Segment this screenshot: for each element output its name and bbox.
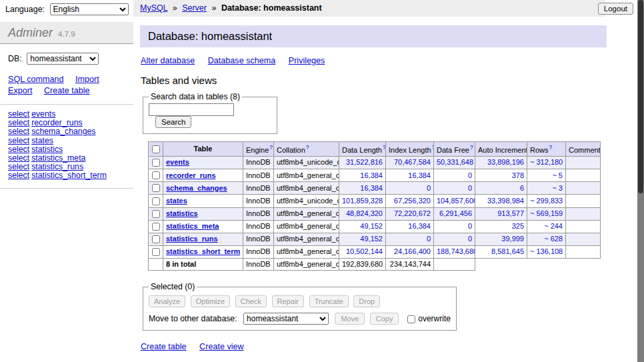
data-free-link[interactable]: 6,291,456 — [439, 209, 472, 217]
column-header-table[interactable]: Table — [163, 142, 243, 157]
table-select-link[interactable]: select — [8, 109, 29, 119]
table-name-link[interactable]: schema_changes — [31, 127, 95, 136]
table-structure-link[interactable]: states — [166, 197, 187, 205]
check-button[interactable]: Check — [235, 295, 267, 307]
column-header-index-length[interactable]: Index Length? — [386, 142, 434, 157]
data-free-link[interactable]: 0 — [468, 222, 472, 230]
help-icon[interactable]: ? — [306, 144, 309, 151]
data-free-link[interactable]: 0 — [468, 184, 472, 192]
table-name-link[interactable]: statistics_short_term — [31, 171, 107, 180]
logout-button[interactable]: Logout — [598, 3, 633, 15]
column-header-auto-increment[interactable]: Auto Increment? — [475, 142, 527, 157]
rows-link[interactable]: ~ 3 — [552, 184, 563, 192]
data-length-link[interactable]: 49,152 — [360, 235, 383, 243]
table-structure-link[interactable]: events — [166, 158, 189, 166]
index-length-link[interactable]: 16,384 — [408, 222, 431, 230]
row-checkbox[interactable] — [152, 197, 160, 205]
auto-increment-link[interactable]: 33,898,196 — [487, 158, 524, 166]
row-checkbox[interactable] — [152, 235, 160, 243]
table-select-link[interactable]: select — [8, 127, 29, 136]
select-all-checkbox[interactable] — [152, 145, 160, 153]
table-name-link[interactable]: statistics — [31, 145, 63, 154]
create-table-link[interactable]: Create table — [141, 342, 187, 351]
auto-increment-link[interactable]: 378 — [512, 171, 524, 179]
help-icon[interactable]: ? — [269, 144, 273, 151]
table-select-link[interactable]: select — [8, 136, 29, 145]
column-header-comment[interactable]: Comment? — [566, 142, 601, 157]
table-select-link[interactable]: select — [8, 118, 29, 127]
table-select-link[interactable]: select — [8, 145, 29, 154]
scrollbar-thumb[interactable] — [638, 0, 643, 193]
index-length-link[interactable]: 0 — [427, 235, 431, 243]
rows-link[interactable]: ~ 5 — [552, 171, 563, 179]
sidebar-link-export[interactable]: Export — [8, 86, 32, 95]
row-checkbox[interactable] — [152, 210, 160, 218]
index-length-link[interactable]: 0 — [427, 184, 431, 192]
data-length-link[interactable]: 49,152 — [360, 222, 383, 230]
help-icon[interactable]: ? — [383, 144, 386, 151]
create-view-link[interactable]: Create view — [199, 342, 244, 351]
index-length-link[interactable]: 70,467,584 — [394, 158, 431, 166]
search-input[interactable] — [149, 103, 234, 116]
index-length-link[interactable]: 72,220,672 — [394, 209, 431, 217]
sidebar-link-sql-command[interactable]: SQL command — [8, 75, 64, 84]
table-structure-link[interactable]: schema_changes — [166, 184, 227, 192]
column-header-collation[interactable]: Collation? — [274, 142, 339, 157]
analyze-button[interactable]: Analyze — [149, 295, 185, 307]
row-checkbox[interactable] — [152, 184, 160, 192]
table-structure-link[interactable]: recorder_runs — [166, 171, 216, 179]
column-header-engine[interactable]: Engine? — [243, 142, 274, 157]
table-name-link[interactable]: recorder_runs — [31, 118, 83, 127]
table-structure-link[interactable]: statistics_runs — [166, 235, 218, 243]
table-name-link[interactable]: events — [31, 109, 55, 119]
move-button[interactable]: Move — [335, 313, 365, 325]
row-checkbox[interactable] — [152, 159, 160, 167]
auto-increment-link[interactable]: 913,577 — [497, 209, 524, 217]
table-name-link[interactable]: statistics_runs — [31, 162, 83, 171]
rows-link[interactable]: ~ 628 — [544, 235, 563, 243]
index-length-link[interactable]: 16,384 — [408, 171, 431, 179]
auto-increment-link[interactable]: 39,999 — [501, 235, 524, 243]
row-checkbox[interactable] — [152, 223, 160, 231]
help-icon[interactable]: ? — [549, 144, 553, 151]
data-length-link[interactable]: 16,384 — [360, 171, 383, 179]
row-checkbox[interactable] — [152, 248, 160, 256]
rows-link[interactable]: ~ 569,159 — [530, 209, 563, 217]
rows-link[interactable]: ~ 136,108 — [530, 247, 563, 255]
auto-increment-link[interactable]: 8,581,645 — [491, 247, 524, 255]
table-select-link[interactable]: select — [8, 171, 29, 180]
data-free-link[interactable]: 0 — [468, 171, 472, 179]
rows-link[interactable]: ~ 244 — [544, 222, 563, 230]
table-structure-link[interactable]: statistics_short_term — [166, 247, 240, 255]
data-free-link[interactable]: 50,331,648 — [437, 158, 473, 166]
data-length-link[interactable]: 48,824,320 — [346, 209, 383, 217]
data-length-link[interactable]: 10,502,144 — [346, 247, 383, 255]
vertical-scrollbar[interactable] — [637, 0, 644, 362]
sidebar-link-import[interactable]: Import — [75, 75, 99, 84]
data-length-link[interactable]: 31,522,816 — [346, 158, 383, 166]
column-header-data-length[interactable]: Data Length? — [339, 142, 386, 157]
data-free-link[interactable]: 104,857,600 — [437, 197, 475, 205]
breadcrumb-link-server[interactable]: Server — [182, 3, 207, 13]
table-name-link[interactable]: states — [31, 136, 53, 145]
rows-link[interactable]: ~ 312,180 — [530, 158, 563, 166]
column-header-rows[interactable]: Rows? — [527, 142, 566, 157]
help-icon[interactable]: ? — [470, 144, 473, 151]
row-checkbox[interactable] — [152, 171, 160, 179]
breadcrumb-link-mysql[interactable]: MySQL — [140, 3, 167, 13]
truncate-button[interactable]: Truncate — [309, 295, 349, 307]
column-header-data-free[interactable]: Data Free? — [434, 142, 475, 157]
index-length-link[interactable]: 67,256,320 — [394, 197, 431, 205]
table-structure-link[interactable]: statistics — [166, 209, 198, 217]
language-select[interactable]: English — [50, 3, 129, 15]
move-db-select[interactable]: homeassistant — [243, 313, 329, 325]
overwrite-checkbox[interactable] — [407, 315, 415, 323]
db-select[interactable]: homeassistant — [27, 53, 99, 65]
data-free-link[interactable]: 0 — [468, 235, 472, 243]
data-length-link[interactable]: 16,384 — [360, 184, 383, 192]
auto-increment-link[interactable]: 33,398,984 — [487, 197, 524, 205]
privileges-link[interactable]: Privileges — [289, 56, 325, 65]
alter-database-link[interactable]: Alter database — [141, 56, 195, 65]
adminer-brand[interactable]: Adminer — [8, 26, 53, 39]
repair-button[interactable]: Repair — [272, 295, 304, 307]
